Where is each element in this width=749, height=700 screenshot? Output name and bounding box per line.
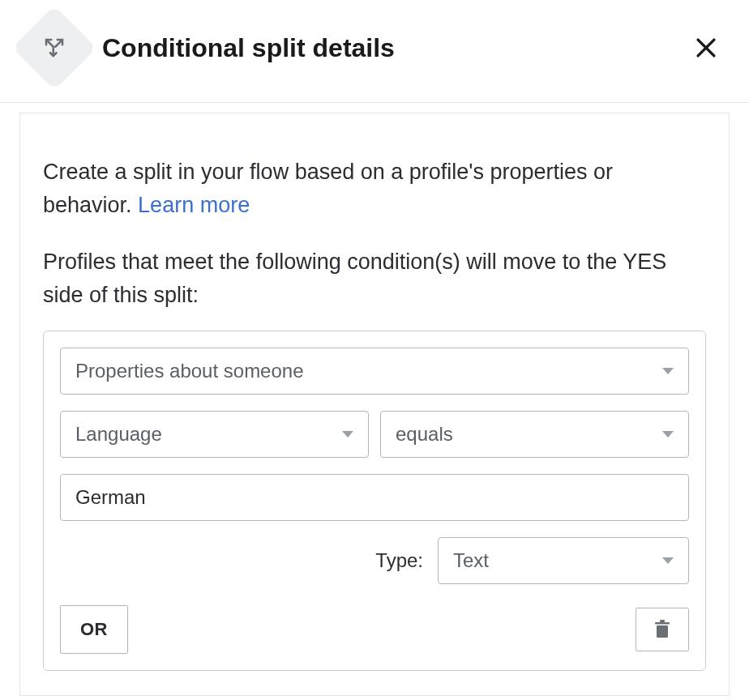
chevron-down-icon: [662, 557, 674, 565]
chevron-down-icon: [342, 430, 353, 438]
panel-header: Conditional split details: [0, 0, 749, 103]
condition-type-select[interactable]: Properties about someone: [60, 348, 689, 395]
chevron-down-icon: [662, 430, 674, 438]
split-icon: [42, 36, 66, 60]
trash-icon: [654, 620, 670, 639]
learn-more-link[interactable]: Learn more: [138, 193, 250, 217]
condition-type-value: Properties about someone: [75, 360, 304, 382]
intro-text-prefix: Create a split in your flow based on a p…: [43, 160, 613, 217]
value-input[interactable]: [60, 474, 689, 521]
svg-rect-7: [655, 622, 670, 625]
type-label: Type:: [375, 549, 423, 572]
type-row: Type: Text: [60, 537, 689, 584]
svg-rect-8: [660, 620, 665, 622]
property-value: Language: [75, 423, 162, 446]
operator-value: equals: [396, 423, 453, 446]
panel-content: Create a split in your flow based on a p…: [19, 113, 730, 696]
panel-title: Conditional split details: [102, 33, 670, 63]
split-icon-badge: [12, 6, 97, 91]
panel-body: Create a split in your flow based on a p…: [0, 103, 749, 696]
svg-marker-2: [662, 368, 674, 374]
condition-subheading: Profiles that meet the following conditi…: [43, 245, 706, 311]
svg-marker-5: [662, 557, 674, 564]
close-icon: [692, 34, 720, 62]
condition-card: Properties about someone Language equals: [43, 331, 706, 671]
property-select[interactable]: Language: [60, 411, 369, 458]
delete-condition-button[interactable]: [636, 608, 689, 651]
add-or-button[interactable]: OR: [60, 605, 128, 654]
close-button[interactable]: [687, 29, 725, 66]
svg-rect-6: [657, 625, 668, 638]
intro-text: Create a split in your flow based on a p…: [43, 156, 706, 221]
type-select[interactable]: Text: [438, 537, 689, 584]
svg-marker-3: [342, 431, 353, 438]
chevron-down-icon: [662, 367, 674, 375]
operator-select[interactable]: equals: [380, 411, 689, 458]
type-value: Text: [453, 549, 489, 572]
card-actions-row: OR: [60, 605, 689, 654]
property-operator-row: Language equals: [60, 411, 689, 458]
svg-marker-4: [662, 431, 674, 438]
